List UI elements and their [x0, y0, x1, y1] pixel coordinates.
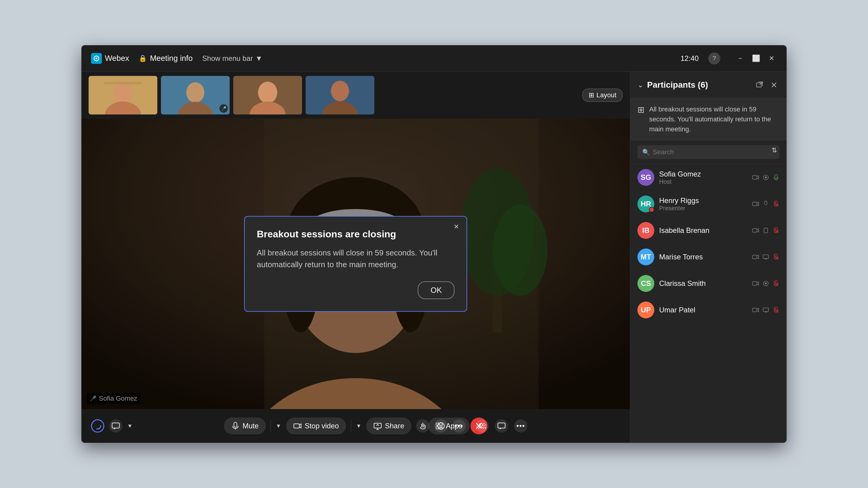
- participant-item[interactable]: IB Isabella Brenan: [630, 217, 786, 244]
- stop-video-button[interactable]: Stop video: [286, 418, 346, 434]
- participant-audio-toggle: [763, 174, 769, 181]
- panel-search-area: 🔍 ⇅: [630, 140, 786, 164]
- participant-audio-icon: [763, 280, 769, 287]
- participant-info: Clarissa Smith: [659, 279, 747, 288]
- participant-item[interactable]: SG Sofia Gomez Host: [630, 164, 786, 191]
- participant-video-icon: [752, 201, 759, 207]
- search-input[interactable]: [653, 148, 775, 156]
- svg-rect-49: [756, 83, 761, 87]
- participant-info: Henry Riggs Presenter: [659, 196, 747, 212]
- more-panel-button[interactable]: •••: [514, 419, 527, 432]
- svg-rect-5: [104, 82, 142, 84]
- svg-rect-57: [752, 202, 757, 206]
- svg-rect-58: [765, 201, 767, 205]
- svg-rect-43: [440, 423, 442, 425]
- participant-name: Sofia Gomez: [659, 170, 747, 178]
- participant-item[interactable]: UP Umar Patel: [630, 297, 786, 323]
- clock: 12:40: [681, 54, 699, 63]
- svg-rect-33: [234, 422, 237, 427]
- chat-panel-button[interactable]: [495, 419, 508, 432]
- breakout-notice: ⊞ All breakout sessions will close in 59…: [630, 98, 786, 140]
- share-button[interactable]: Share: [366, 418, 411, 434]
- status-indicator[interactable]: [91, 419, 104, 432]
- panel-popout-button[interactable]: [754, 79, 765, 90]
- participant-name: Marise Torres: [659, 253, 747, 261]
- participant-video-icon: [752, 174, 759, 181]
- panel-title: Participants (6): [647, 80, 708, 90]
- video-dropdown-icon[interactable]: ▼: [356, 423, 361, 429]
- participant-mic-muted: [773, 254, 779, 260]
- layout-button[interactable]: ⊞ Layout: [582, 89, 623, 102]
- webex-logo[interactable]: Webex: [91, 53, 129, 64]
- meeting-info-label: Meeting info: [150, 54, 193, 63]
- svg-rect-62: [752, 229, 757, 232]
- app-window: Webex 🔒 Meeting info Show menu bar ▼ 12:…: [82, 45, 786, 443]
- participant-item[interactable]: HR Henry Riggs Presenter: [630, 191, 786, 217]
- thumbnail-2[interactable]: 🎤: [161, 76, 230, 115]
- panel-actions: [754, 79, 779, 90]
- mute-button[interactable]: Mute: [224, 418, 266, 434]
- dialog-ok-button[interactable]: OK: [418, 281, 455, 299]
- svg-rect-80: [763, 308, 769, 312]
- title-bar: Webex 🔒 Meeting info Show menu bar ▼ 12:…: [82, 45, 786, 72]
- mute-label: Mute: [243, 422, 258, 430]
- toolbar-left: ▼: [91, 419, 133, 432]
- maximize-button[interactable]: ⬜: [750, 53, 761, 64]
- chat-dropdown-icon[interactable]: ▼: [127, 423, 133, 429]
- participant-item[interactable]: MT Marise Torres: [630, 244, 786, 270]
- hand-raise-button[interactable]: [416, 419, 430, 432]
- minimize-button[interactable]: −: [735, 53, 746, 64]
- svg-rect-73: [752, 282, 757, 285]
- participant-controls: [752, 174, 779, 181]
- svg-rect-36: [374, 423, 381, 428]
- svg-rect-52: [752, 175, 757, 179]
- participant-avatar: UP: [638, 301, 654, 318]
- show-menu-label: Show menu bar: [202, 54, 253, 63]
- svg-point-54: [765, 176, 767, 178]
- participant-video-icon: [752, 227, 759, 234]
- show-menu-btn[interactable]: Show menu bar ▼: [202, 54, 262, 63]
- svg-rect-32: [112, 423, 119, 428]
- thumb-person-3: [233, 76, 302, 115]
- participant-controls: [752, 227, 779, 234]
- mute-dropdown-icon[interactable]: ▼: [276, 423, 281, 429]
- participant-name: Clarissa Smith: [659, 279, 747, 288]
- help-button[interactable]: ?: [708, 53, 720, 64]
- dialog-close-button[interactable]: ✕: [451, 221, 462, 232]
- svg-point-7: [186, 82, 204, 103]
- svg-point-3: [113, 82, 133, 103]
- participants-panel: ⌄ Participants (6): [630, 72, 786, 443]
- panel-close-button[interactable]: [769, 79, 779, 90]
- share-label: Share: [385, 422, 404, 430]
- webex-icon: [91, 53, 102, 64]
- close-button[interactable]: ✕: [766, 53, 777, 64]
- participant-info: Marise Torres: [659, 253, 747, 261]
- panel-collapse-icon[interactable]: ⌄: [638, 81, 644, 89]
- meeting-info-btn[interactable]: 🔒 Meeting info: [138, 54, 193, 63]
- dialog-title: Breakout sessions are closing: [257, 229, 455, 240]
- svg-rect-55: [775, 174, 777, 178]
- main-area: 🎤: [82, 72, 630, 443]
- thumbnail-3[interactable]: [233, 76, 302, 115]
- svg-rect-68: [763, 255, 769, 258]
- participant-video-icon: [752, 254, 759, 260]
- breakout-grid-icon: ⊞: [638, 105, 644, 115]
- apps-button[interactable]: Apps: [428, 418, 470, 434]
- mute-badge-2: 🎤: [219, 104, 228, 113]
- search-wrapper: 🔍: [638, 145, 779, 159]
- participant-phone-icon: [763, 201, 769, 207]
- chat-button[interactable]: [109, 419, 122, 432]
- participant-item[interactable]: CS Clarissa Smith: [630, 270, 786, 297]
- sort-button[interactable]: ⇅: [772, 147, 777, 154]
- participants-panel-button[interactable]: [475, 419, 489, 432]
- participant-name: Umar Patel: [659, 306, 747, 314]
- svg-rect-67: [752, 255, 757, 259]
- meeting-info-icon: 🔒: [138, 55, 147, 62]
- stop-video-label: Stop video: [305, 422, 339, 430]
- chevron-down-icon: ▼: [255, 54, 262, 63]
- svg-point-47: [483, 424, 485, 426]
- thumbnail-4[interactable]: [306, 76, 374, 115]
- panel-header: ⌄ Participants (6): [630, 72, 786, 98]
- thumbnail-1[interactable]: [89, 76, 157, 115]
- svg-point-46: [479, 423, 483, 426]
